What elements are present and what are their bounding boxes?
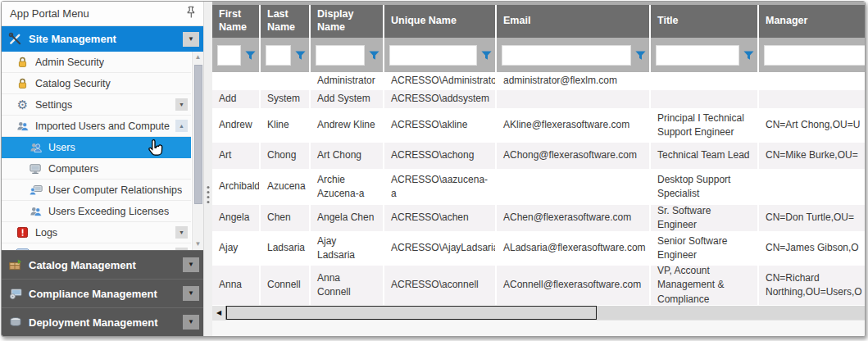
- chevron-down-icon[interactable]: ▼: [183, 257, 199, 272]
- filter-funnel-icon[interactable]: [743, 50, 754, 61]
- sidebar-item-imported-users-and-computers[interactable]: Imported Users and Computers ▲: [2, 116, 191, 137]
- sidebar-scrollbar[interactable]: ▲ ▼: [192, 52, 203, 250]
- table-row[interactable]: AndrewKlineAndrew KlineACRESSO\aklineAKl…: [212, 108, 865, 143]
- scroll-up-icon[interactable]: ▲: [195, 52, 202, 63]
- chevron-down-icon[interactable]: ▼: [175, 98, 188, 111]
- filter-input-manager[interactable]: [764, 45, 865, 66]
- chevron-down-icon[interactable]: ▼: [183, 315, 199, 330]
- sidebar-item-settings[interactable]: ⚙ Settings ▼: [2, 94, 191, 116]
- table-cell: [497, 169, 651, 205]
- table-cell: Anna Connell: [311, 266, 384, 305]
- users-icon: [16, 119, 30, 133]
- table-cell: Sr. Software Engineer: [651, 205, 759, 231]
- lock-icon: [16, 76, 30, 90]
- table-cell: ACRESSO\AjayLadsaria: [384, 231, 497, 266]
- table-cell: [261, 72, 311, 90]
- column-header-last-name[interactable]: Last Name: [261, 5, 311, 38]
- filter-funnel-icon[interactable]: [368, 50, 379, 61]
- package-icon: [8, 258, 22, 272]
- table-cell: ALadsaria@flexerasoftware.com: [497, 231, 651, 266]
- gear-icon: ⚙: [16, 98, 30, 111]
- table-cell: Angela Chen: [311, 205, 384, 231]
- filter-funnel-icon[interactable]: [244, 50, 256, 61]
- filter-input-title[interactable]: [656, 45, 739, 66]
- table-row[interactable]: ArchibaldAzucenaArchie Azucena-aACRESSO\…: [212, 169, 865, 205]
- scroll-left-icon[interactable]: ◀: [212, 306, 226, 320]
- sidebar-item-label: Catalog Security: [35, 78, 111, 89]
- chevron-down-icon[interactable]: ▼: [175, 248, 188, 250]
- pin-icon[interactable]: [186, 6, 196, 21]
- chevron-down-icon[interactable]: ▼: [175, 226, 188, 239]
- column-header-first-name[interactable]: First Name: [212, 5, 261, 38]
- table-cell: Add System: [311, 90, 384, 108]
- table-cell: [651, 72, 759, 90]
- sidebar-item-catalog-security[interactable]: Catalog Security: [2, 73, 191, 94]
- column-header-unique-name[interactable]: Unique Name: [384, 5, 497, 38]
- filter-input-email[interactable]: [502, 45, 631, 66]
- column-header-manager[interactable]: Manager: [759, 5, 865, 38]
- sidebar-item-logs[interactable]: Logs ▼: [2, 222, 191, 243]
- sidebar-item-users[interactable]: Users: [2, 137, 191, 158]
- table-cell: Ajay Ladsaria: [311, 231, 384, 266]
- table-cell: Administrator: [311, 72, 384, 90]
- chevron-up-icon[interactable]: ▲: [175, 120, 188, 132]
- table-cell: CN=James Gibson,O: [759, 231, 865, 266]
- sidebar-item-admin-security[interactable]: Admin Security: [2, 52, 191, 73]
- table-cell: Kline: [261, 108, 311, 143]
- table-cell: ACRESSO\achen: [384, 205, 497, 231]
- filter-input-unique-name[interactable]: [389, 45, 477, 66]
- table-cell: ACRESSO\Administrator: [384, 72, 497, 90]
- sidebar-group-catalog-management[interactable]: Catalog Management ▼: [2, 250, 203, 279]
- horizontal-scrollbar[interactable]: ◀: [212, 306, 865, 320]
- sidebar-group-site-management[interactable]: Site Management ▼: [2, 26, 203, 52]
- grid-footer-space: [212, 320, 865, 336]
- table-cell: ACRESSO\addsystem: [384, 90, 497, 108]
- table-cell: Technical Team Lead: [651, 143, 759, 169]
- filter-funnel-icon[interactable]: [634, 50, 646, 61]
- table-row[interactable]: AngelaChenAngela ChenACRESSO\achenAChen@…: [212, 205, 865, 231]
- scroll-down-icon[interactable]: ▼: [195, 239, 202, 250]
- table-cell: [759, 169, 865, 205]
- column-header-title[interactable]: Title: [651, 5, 759, 38]
- user-computer-icon: [29, 183, 43, 197]
- sidebar-item-label: Users: [48, 142, 75, 153]
- filter-funnel-icon[interactable]: [480, 50, 492, 61]
- filter-input-display-name[interactable]: [316, 45, 365, 66]
- sidebar-item-user-computer-relationships[interactable]: User Computer Relationships: [2, 180, 191, 201]
- table-row[interactable]: AnnaConnellAnna ConnellACRESSO\aconnellA…: [212, 266, 865, 305]
- table-cell: Ladsaria: [261, 231, 311, 266]
- table-row[interactable]: AjayLadsariaAjay LadsariaACRESSO\AjayLad…: [212, 231, 865, 266]
- computer-icon: [29, 161, 43, 175]
- chevron-down-icon[interactable]: ▼: [183, 32, 199, 47]
- sidebar-item-users-exceeding-licenses[interactable]: Users Exceeding Licenses: [2, 201, 191, 222]
- sidebar-item-active-directory[interactable]: Active Directory ▼: [2, 243, 191, 250]
- panel-splitter[interactable]: [204, 2, 212, 336]
- table-cell: Chen: [261, 205, 311, 231]
- group-label: Site Management: [29, 33, 176, 45]
- sidebar-group-compliance-management[interactable]: Compliance Management ▼: [2, 279, 203, 307]
- table-cell: Chong: [261, 143, 311, 169]
- scrollbar-thumb[interactable]: [226, 306, 597, 320]
- chevron-down-icon[interactable]: ▼: [183, 286, 199, 301]
- table-cell: ACRESSO\aazucena-a: [384, 169, 497, 205]
- sidebar-group-deployment-management[interactable]: Deployment Management ▼: [2, 307, 203, 336]
- compliance-icon: [8, 287, 22, 301]
- table-row[interactable]: AdministratorACRESSO\Administratoradmini…: [212, 72, 865, 90]
- filter-funnel-icon[interactable]: [294, 50, 306, 61]
- sidebar-title: App Portal Menu: [10, 7, 186, 20]
- table-row[interactable]: ArtChongArt ChongACRESSO\achongAChong@fl…: [212, 143, 865, 169]
- column-header-email[interactable]: Email: [497, 5, 651, 38]
- table-cell: CN=Art Chong,OU=U: [759, 108, 865, 143]
- app-portal-window: App Portal Menu Site Management ▼ Admin …: [1, 1, 866, 337]
- filter-input-first-name[interactable]: [217, 45, 241, 66]
- table-cell: AChong@flexerasoftware.com: [497, 143, 651, 169]
- table-row[interactable]: AddSystemAdd SystemACRESSO\addsystem: [212, 90, 865, 108]
- filter-input-last-name[interactable]: [266, 45, 291, 66]
- sidebar-item-label: Admin Security: [35, 57, 104, 68]
- sidebar-header: App Portal Menu: [2, 2, 203, 26]
- scrollbar-thumb[interactable]: [194, 65, 202, 204]
- column-header-display-name[interactable]: Display Name: [311, 5, 384, 38]
- sidebar-item-computers[interactable]: Computers: [2, 158, 191, 180]
- group-label: Compliance Management: [29, 288, 176, 300]
- table-cell: VP, Account Management & Compliance: [651, 266, 759, 305]
